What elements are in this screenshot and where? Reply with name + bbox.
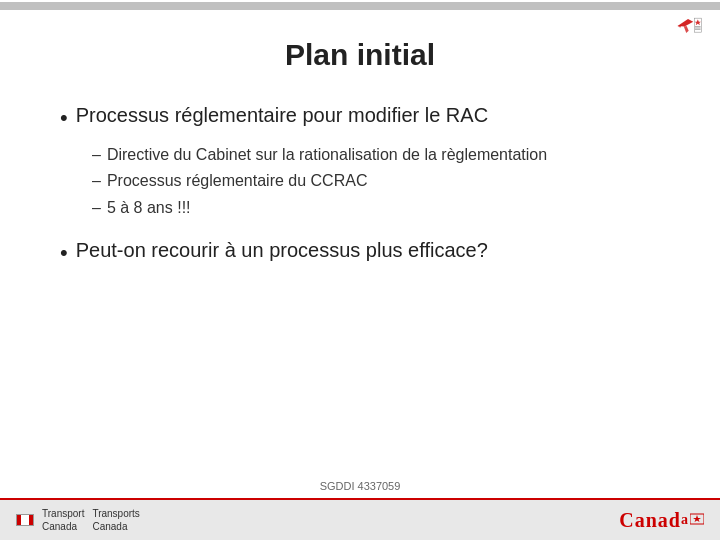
main-content: Plan initial • Processus réglementaire p… bbox=[0, 0, 720, 278]
canada-flag-small bbox=[690, 512, 704, 526]
footer: SGDDI 4337059 TransportCanada Transports… bbox=[0, 480, 720, 540]
dept-en: TransportCanada bbox=[42, 508, 84, 532]
bullet-dot-1: • bbox=[60, 104, 68, 133]
canada-flag-icon bbox=[16, 514, 34, 526]
dept-fr: TransportsCanada bbox=[92, 508, 139, 532]
sub-bullet-1-3: – 5 à 8 ans !!! bbox=[92, 196, 660, 221]
canada-wordmark: Canada bbox=[619, 509, 704, 532]
footer-bar: TransportCanada TransportsCanada Canada bbox=[0, 498, 720, 540]
dept-name-fr: TransportsCanada bbox=[92, 507, 139, 533]
sub-bullet-1-2: – Processus réglementaire du CCRAC bbox=[92, 169, 660, 194]
deco-line-4 bbox=[0, 8, 720, 10]
sub-bullet-1-2-text: Processus réglementaire du CCRAC bbox=[107, 169, 368, 194]
dash-3: – bbox=[92, 196, 101, 221]
bullet-section-2: • Peut-on recourir à un processus plus e… bbox=[60, 239, 660, 268]
bullet-1-main: • Processus réglementaire pour modifier … bbox=[60, 104, 660, 133]
footer-left: TransportCanada TransportsCanada bbox=[16, 507, 140, 533]
dash-2: – bbox=[92, 169, 101, 194]
bullet-section-1: • Processus réglementaire pour modifier … bbox=[60, 104, 660, 221]
dept-name: TransportCanada bbox=[42, 507, 84, 533]
sub-bullets-1: – Directive du Cabinet sur la rationalis… bbox=[92, 143, 660, 221]
doc-id: SGDDI 4337059 bbox=[0, 480, 720, 492]
sub-bullet-1-1-text: Directive du Cabinet sur la rationalisat… bbox=[107, 143, 547, 168]
bullet-dot-2: • bbox=[60, 239, 68, 268]
bullet-2-text: Peut-on recourir à un processus plus eff… bbox=[76, 239, 488, 262]
sub-bullet-1-1: – Directive du Cabinet sur la rationalis… bbox=[92, 143, 660, 168]
top-logo bbox=[674, 14, 702, 36]
sub-bullet-1-3-text: 5 à 8 ans !!! bbox=[107, 196, 191, 221]
transport-canada-top-icon bbox=[674, 14, 702, 36]
dash-1: – bbox=[92, 143, 101, 168]
slide-title: Plan initial bbox=[60, 38, 660, 72]
bullet-1-text: Processus réglementaire pour modifier le… bbox=[76, 104, 488, 127]
decorative-lines bbox=[0, 0, 720, 12]
